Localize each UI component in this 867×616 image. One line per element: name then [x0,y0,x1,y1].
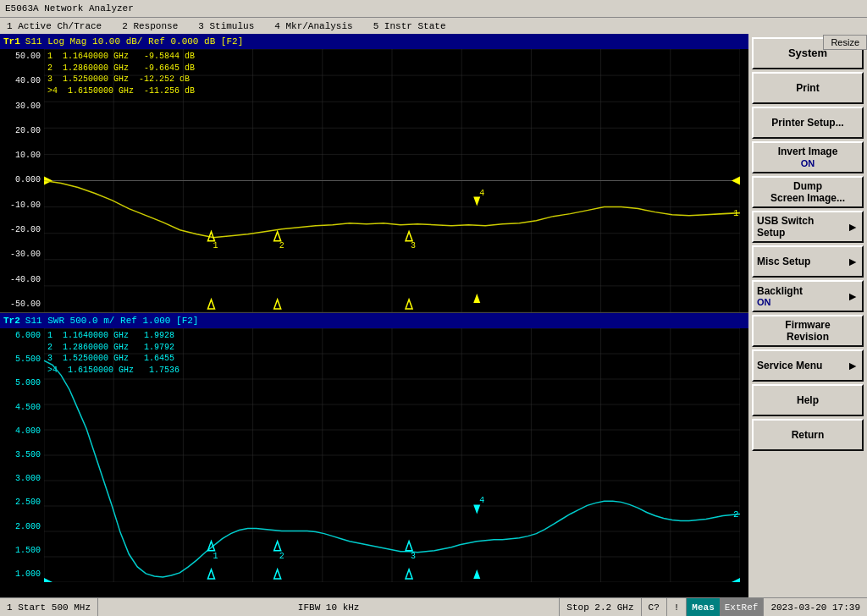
svg-marker-24 [732,176,740,184]
svg-marker-60 [44,578,52,582]
bottom-chart-inner: 6.000 5.500 5.000 4.500 4.000 3.500 3.00… [0,328,748,582]
usb-switch-arrow-icon: ► [847,220,859,234]
meas-badge: Meas [687,598,719,616]
service-menu-button[interactable]: Service Menu ► [752,349,864,382]
svg-marker-34 [274,300,281,309]
svg-marker-73 [473,569,480,579]
svg-text:1: 1 [733,208,739,218]
backlight-button[interactable]: Backlight ON ► [752,280,864,312]
svg-marker-72 [406,569,412,579]
bottom-chart-header: Tr2 S11 SWR 500.0 m/ Ref 1.000 [F2] [0,313,748,328]
return-button[interactable]: Return [752,419,864,451]
extref-badge: ExtRef [720,598,764,616]
menu-instr-state[interactable]: 5 Instr State [370,21,450,31]
exclamation-indicator: ! [667,598,688,616]
dump-screen-button[interactable]: Dump Screen Image... [752,176,864,208]
top-chart-title: S11 Log Mag 10.00 dB/ Ref 0.000 dB [F2] [25,36,243,47]
svg-text:2: 2 [279,552,284,561]
svg-text:4: 4 [479,496,484,505]
tr2-label: Tr2 [3,316,20,326]
datetime: 2023-03-20 17:39 [763,598,867,616]
channel-indicator: C? [642,598,667,616]
chart-area: Tr1 S11 Log Mag 10.00 dB/ Ref 0.000 dB [… [0,34,748,597]
menu-bar: 1 Active Ch/Trace 2 Response 3 Stimulus … [0,17,867,34]
resize-button[interactable]: Resize [823,35,867,50]
menu-response[interactable]: 2 Response [119,21,181,31]
svg-marker-68 [473,504,480,514]
svg-marker-36 [473,294,480,303]
help-button[interactable]: Help [752,384,864,416]
svg-marker-71 [274,569,281,579]
bottom-chart-svg: 1 2 3 4 2 [44,328,740,582]
svg-text:4: 4 [479,189,484,198]
usb-switch-setup-button[interactable]: USB Switch Setup ► [752,211,864,243]
status-bar: 1 Start 500 MHz IFBW 10 kHz Stop 2.2 GHz… [0,597,867,616]
menu-stimulus[interactable]: 3 Stimulus [195,21,257,31]
svg-marker-29 [406,232,412,241]
firmware-revision-button[interactable]: Firmware Revision [752,315,864,347]
menu-active-ch[interactable]: 1 Active Ch/Trace [3,21,105,31]
menu-mkr[interactable]: 4 Mkr/Analysis [271,21,356,31]
backlight-arrow-icon: ► [847,289,859,303]
start-freq: 1 Start 500 MHz [0,598,98,616]
bottom-chart: Tr2 S11 SWR 500.0 m/ Ref 1.000 [F2] 6.00… [0,313,748,582]
tr1-label: Tr1 [3,36,20,47]
top-chart-header: Tr1 S11 Log Mag 10.00 dB/ Ref 0.000 dB [… [0,34,748,49]
title-bar: E5063A Network Analyzer [0,0,867,17]
svg-text:2: 2 [279,241,284,250]
misc-setup-arrow-icon: ► [847,255,859,268]
bottom-y-axis: 6.000 5.500 5.000 4.500 4.000 3.500 3.00… [0,328,44,582]
printer-setup-button[interactable]: Printer Setup... [752,107,864,139]
svg-marker-35 [406,300,412,309]
right-panel: System Print Printer Setup... Invert Ima… [748,34,867,597]
top-chart-inner: 50.00 40.00 30.00 20.00 10.00 0.000 -10.… [0,49,748,312]
svg-text:2: 2 [733,509,739,520]
svg-text:3: 3 [411,241,416,250]
misc-setup-button[interactable]: Misc Setup ► [752,245,864,278]
ifbw: IFBW 10 kHz [98,598,560,616]
stop-freq: Stop 2.2 GHz [560,598,641,616]
svg-marker-33 [207,300,214,309]
svg-text:3: 3 [411,552,416,561]
status-right: Stop 2.2 GHz C? ! Meas ExtRef 2023-03-20… [560,598,867,616]
svg-marker-70 [207,569,214,579]
svg-marker-31 [473,197,480,206]
svg-marker-61 [732,578,740,582]
service-menu-arrow-icon: ► [847,359,859,372]
svg-text:1: 1 [213,241,218,250]
svg-marker-66 [406,542,412,551]
svg-marker-64 [274,542,281,551]
bottom-chart-title: S11 SWR 500.0 m/ Ref 1.000 [F2] [25,316,199,326]
svg-marker-27 [274,232,281,241]
main-layout: Tr1 S11 Log Mag 10.00 dB/ Ref 0.000 dB [… [0,34,867,597]
svg-text:1: 1 [213,552,218,561]
top-chart: Tr1 S11 Log Mag 10.00 dB/ Ref 0.000 dB [… [0,34,748,313]
top-chart-svg: 1 2 3 4 1 [44,49,740,312]
invert-image-button[interactable]: Invert Image ON [752,141,864,173]
app-title: E5063A Network Analyzer [5,3,134,14]
print-button[interactable]: Print [752,72,864,104]
top-y-axis: 50.00 40.00 30.00 20.00 10.00 0.000 -10.… [0,49,44,312]
